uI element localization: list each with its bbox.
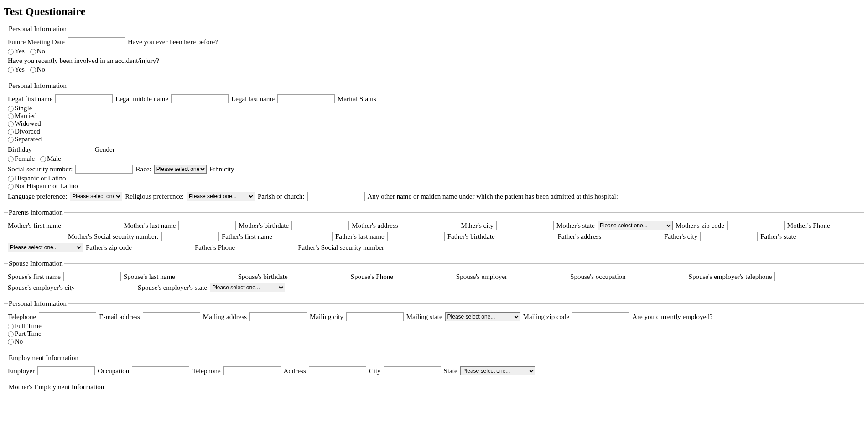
radio-marital-separated[interactable] xyxy=(8,137,14,143)
mail-addr-input[interactable] xyxy=(249,312,307,321)
s-emp-input[interactable] xyxy=(510,272,567,281)
label-m-city: Mther's city xyxy=(461,222,494,230)
occupation-input[interactable] xyxy=(132,366,189,375)
tel-input[interactable] xyxy=(39,312,96,321)
m-first-input[interactable] xyxy=(64,221,121,230)
f-last-input[interactable] xyxy=(387,232,445,241)
emp-state-select[interactable]: Please select one... xyxy=(460,366,535,375)
legend-personal-2: Personal Information xyxy=(8,82,68,90)
radio-marital-widowed[interactable] xyxy=(8,121,14,127)
f-phone-input[interactable] xyxy=(238,243,295,252)
radio-gender-male[interactable] xyxy=(40,156,46,162)
employer-input[interactable] xyxy=(37,366,95,375)
radio-accident-no[interactable] xyxy=(30,67,36,73)
mail-city-input[interactable] xyxy=(346,312,404,321)
label-m-last: Mother's last name xyxy=(124,222,176,230)
last-name-input[interactable] xyxy=(277,94,335,103)
label-married: Married xyxy=(15,112,36,119)
label-emp-state: State xyxy=(444,367,457,375)
label-separated: Separated xyxy=(15,135,42,143)
label-emp-city: City xyxy=(369,367,381,375)
label-ethnicity: Ethnicity xyxy=(209,165,234,173)
s-bdate-input[interactable] xyxy=(291,272,348,281)
s-occ-input[interactable] xyxy=(629,272,686,281)
legend-employment: Employment Information xyxy=(8,354,79,362)
radio-gender-female[interactable] xyxy=(8,156,14,162)
radio-eth-nonhisp[interactable] xyxy=(8,184,14,190)
fieldset-spouse: Spouse Information Spouse's first name S… xyxy=(4,260,864,297)
legend-personal-3: Personal Information xyxy=(8,300,68,308)
label-future-meeting-date: Future Meeting Date xyxy=(8,38,65,46)
email-input[interactable] xyxy=(143,312,200,321)
birthday-input[interactable] xyxy=(35,145,92,154)
f-state-select[interactable]: Please select one... xyxy=(8,243,83,252)
mail-state-select[interactable]: Please select one... xyxy=(445,312,520,321)
emp-addr-input[interactable] xyxy=(309,366,366,375)
parish-input[interactable] xyxy=(307,192,365,201)
s-last-input[interactable] xyxy=(178,272,235,281)
m-zip-input[interactable] xyxy=(727,221,785,230)
radio-beenhere-yes[interactable] xyxy=(8,49,14,55)
m-phone-input[interactable] xyxy=(8,232,65,241)
s-emp-state-select[interactable]: Please select one... xyxy=(210,283,285,292)
radio-eth-hisp[interactable] xyxy=(8,176,14,182)
radio-marital-married[interactable] xyxy=(8,113,14,119)
legend-mother-employment: Mother's Employment Information xyxy=(8,383,105,391)
legend-parents: Parents information xyxy=(8,209,64,216)
middle-name-input[interactable] xyxy=(171,94,229,103)
radio-accident-yes[interactable] xyxy=(8,67,14,73)
emp-tel-input[interactable] xyxy=(223,366,281,375)
m-state-select[interactable]: Please select one... xyxy=(598,221,673,230)
m-addr-input[interactable] xyxy=(401,221,458,230)
label-female: Female xyxy=(15,155,35,162)
radio-emp-no[interactable] xyxy=(8,339,14,345)
relig-pref-select[interactable]: Please select one... xyxy=(187,192,255,201)
future-meeting-date-input[interactable] xyxy=(68,37,125,46)
fieldset-personal-3: Personal Information Telephone E-mail ad… xyxy=(4,300,864,351)
label-tel: Telephone xyxy=(8,313,36,321)
label-other-name: Any other name or maiden name under whic… xyxy=(368,193,618,201)
m-ssn-input[interactable] xyxy=(161,232,219,241)
label-marital-status: Marital Status xyxy=(338,95,376,103)
s-emp-tel-input[interactable] xyxy=(774,272,832,281)
first-name-input[interactable] xyxy=(55,94,113,103)
radio-beenhere-no[interactable] xyxy=(30,49,36,55)
label-hisp: Hispanic or Latino xyxy=(15,175,66,182)
race-select[interactable]: Please select one... xyxy=(154,165,207,174)
f-first-input[interactable] xyxy=(275,232,333,241)
mail-zip-input[interactable] xyxy=(572,312,629,321)
label-birthday: Birthday xyxy=(8,146,32,154)
other-name-input[interactable] xyxy=(621,192,678,201)
fieldset-personal-1: Personal Information Future Meeting Date… xyxy=(4,25,864,79)
f-bdate-input[interactable] xyxy=(498,232,555,241)
label-nonhisp: Not Hispanic or Latino xyxy=(15,182,78,190)
radio-marital-divorced[interactable] xyxy=(8,129,14,135)
label-employer: Employer xyxy=(8,367,35,375)
m-last-input[interactable] xyxy=(178,221,236,230)
f-addr-input[interactable] xyxy=(604,232,661,241)
lang-pref-select[interactable]: Please select one... xyxy=(70,192,122,201)
f-city-input[interactable] xyxy=(700,232,758,241)
q-accident: Have you recently been involved in an ac… xyxy=(8,57,860,65)
radio-emp-part[interactable] xyxy=(8,331,14,337)
m-bdate-input[interactable] xyxy=(291,221,349,230)
f-ssn-input[interactable] xyxy=(389,243,446,252)
ssn-input[interactable] xyxy=(75,165,133,174)
emp-city-input[interactable] xyxy=(384,366,441,375)
label-last-name: Legal last name xyxy=(231,95,275,103)
label-m-addr: Mother's address xyxy=(352,222,398,230)
label-mail-zip: Mailing zip code xyxy=(523,313,570,321)
s-emp-city-input[interactable] xyxy=(78,283,135,292)
label-f-last: Father's last name xyxy=(335,233,385,241)
s-first-input[interactable] xyxy=(63,272,121,281)
s-phone-input[interactable] xyxy=(396,272,453,281)
radio-marital-single[interactable] xyxy=(8,106,14,112)
label-widowed: Widowed xyxy=(15,120,41,127)
q-employed: Are you currently employed? xyxy=(632,313,712,321)
legend-spouse: Spouse Information xyxy=(8,260,64,267)
label-occupation: Occupation xyxy=(98,367,129,375)
m-city-input[interactable] xyxy=(496,221,554,230)
radio-emp-full[interactable] xyxy=(8,324,14,329)
f-zip-input[interactable] xyxy=(135,243,192,252)
label-yes-2: Yes xyxy=(15,66,25,73)
